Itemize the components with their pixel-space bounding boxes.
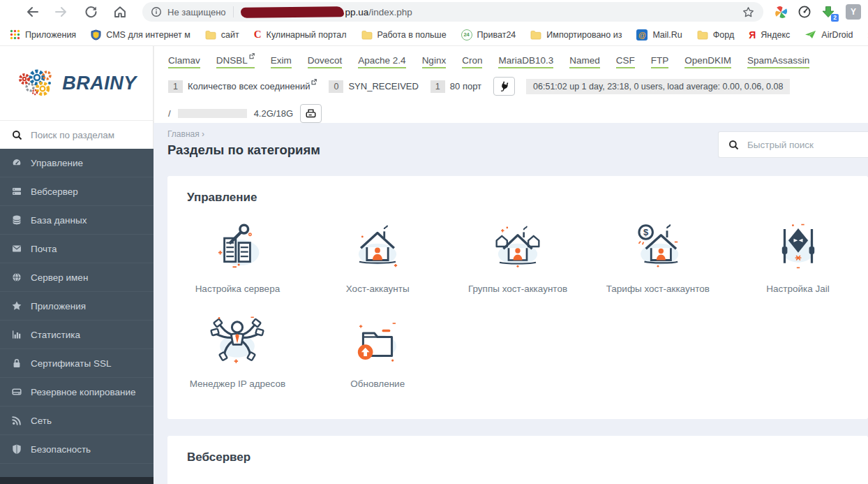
sidebar-item-mail[interactable]: Почта	[0, 235, 154, 263]
star-icon	[11, 300, 22, 311]
disk-details-button[interactable]	[300, 104, 322, 123]
sidebar-item-apps[interactable]: Приложения	[0, 292, 154, 321]
connections-plug-button[interactable]	[493, 77, 515, 96]
section-title: Вебсервер	[187, 450, 868, 464]
breadcrumb-chevron: ›	[202, 129, 204, 139]
item-host-accounts[interactable]: Хост-аккаунты	[308, 216, 448, 294]
drive-icon	[11, 386, 22, 397]
page-url: pp.ua/index.php	[345, 7, 412, 17]
folder-icon	[361, 30, 373, 40]
section-title: Управление	[187, 191, 868, 205]
browser-toolbar: Не защищено pp.ua/index.php 2 Y	[0, 0, 868, 24]
bookmark-airdroid[interactable]: AirDroid	[805, 30, 853, 40]
item-server-settings[interactable]: Настройка сервера	[167, 216, 308, 294]
link-opendkim[interactable]: OpenDKIM	[684, 55, 731, 68]
status-row: 1 Количество всех соединений 0 SYN_RECEI…	[168, 77, 868, 96]
bar-chart-icon	[11, 329, 22, 340]
extension-pinwheel-icon[interactable]	[772, 3, 790, 21]
link-cron[interactable]: Cron	[462, 55, 482, 68]
yandex-icon: Я	[749, 29, 756, 41]
home-icon[interactable]	[112, 3, 128, 20]
sidebar-item-security[interactable]: Безопасность	[0, 435, 154, 464]
item-host-groups[interactable]: Группы хост-аккаунтов	[448, 216, 588, 294]
shield-icon	[11, 443, 22, 455]
forward-icon[interactable]	[53, 3, 70, 20]
breadcrumb-home-link[interactable]: Главная	[167, 129, 200, 139]
profile-avatar[interactable]: Y	[846, 4, 861, 20]
link-csf[interactable]: CSF	[616, 55, 635, 68]
search-icon	[728, 140, 739, 150]
houses-group-icon	[491, 216, 545, 277]
link-clamav[interactable]: Clamav	[168, 55, 200, 68]
service-links-row: Clamav DNSBL Exim Dovecot Apache 2.4 Ngi…	[168, 55, 868, 68]
item-jail-settings[interactable]: Настройка Jail	[728, 216, 868, 294]
disk-mount-label: /	[168, 108, 171, 119]
quick-search	[718, 131, 868, 158]
back-icon[interactable]	[24, 3, 40, 20]
bookmark-imported[interactable]: Импортировано из	[530, 30, 622, 40]
app-window: BRAINY Управление Вебсервер База данных …	[0, 46, 868, 484]
brand-logo[interactable]: BRAINY	[0, 46, 154, 120]
quick-search-input[interactable]	[746, 139, 853, 151]
external-link-icon	[310, 79, 317, 85]
house-dollar-icon: $	[631, 216, 685, 277]
envelope-icon	[11, 243, 22, 254]
link-apache[interactable]: Apache 2.4	[358, 55, 405, 68]
bookmark-rabota[interactable]: Работа в польше	[361, 30, 447, 40]
globe-icon	[11, 272, 22, 283]
address-divider	[233, 6, 234, 17]
sidebar-item-statistics[interactable]: Статистика	[0, 321, 154, 349]
address-bar[interactable]: Не защищено pp.ua/index.php	[142, 2, 763, 22]
apps-grid-icon	[10, 29, 20, 40]
sidebar: BRAINY Управление Вебсервер База данных …	[0, 46, 154, 484]
reload-icon[interactable]	[82, 3, 99, 20]
link-ftp[interactable]: FTP	[651, 55, 669, 68]
bookmark-kulinar[interactable]: C Кулинарный портал	[254, 29, 347, 41]
stat-connections: 1 Количество всех соединений	[168, 80, 317, 93]
bookmark-yandex[interactable]: Я Яндекс	[749, 29, 790, 41]
sidebar-item-webserver[interactable]: Вебсервер	[0, 177, 154, 206]
sidebar-search	[0, 120, 154, 149]
sidebar-item-network[interactable]: Сеть	[0, 406, 154, 435]
extension-speedometer-icon[interactable]	[795, 3, 814, 21]
sidebar-item-ssl[interactable]: Сертификаты SSL	[0, 349, 154, 378]
link-spamassassin[interactable]: SpamAssassin	[747, 55, 809, 68]
sidebar-item-database[interactable]: База данных	[0, 206, 154, 235]
paper-plane-icon	[805, 30, 816, 39]
bookmark-cms[interactable]: CMS для интернет м	[91, 29, 190, 41]
folder-icon	[530, 30, 541, 40]
sidebar-item-backup[interactable]: Резервное копирование	[0, 378, 154, 406]
folder-update-icon	[350, 311, 405, 372]
bookmark-apps[interactable]: Приложения	[10, 29, 76, 40]
bookmark-privat24[interactable]: 24 Приват24	[461, 29, 516, 41]
brainy-gears-icon	[16, 67, 59, 99]
disk-row: / 4.2G/18G	[168, 104, 868, 123]
item-host-plans[interactable]: $ Тарифы хост-аккаунтов	[588, 216, 728, 294]
item-update[interactable]: Обновление	[308, 311, 448, 389]
section-webserver: Вебсервер	[167, 436, 868, 484]
link-dovecot[interactable]: Dovecot	[308, 55, 343, 68]
item-ip-manager[interactable]: Менеджер IP адресов	[167, 311, 308, 389]
bookmark-ford[interactable]: Форд	[697, 30, 734, 40]
stat-count-badge: 1	[168, 80, 183, 93]
sidebar-item-management[interactable]: Управление	[0, 149, 154, 177]
sidebar-search-input[interactable]	[29, 129, 144, 141]
brand-name: BRAINY	[62, 73, 137, 94]
sidebar-item-nameserver[interactable]: Сервер имен	[0, 263, 154, 292]
ip-manager-icon	[210, 311, 264, 372]
bookmark-mailru[interactable]: @ Mail.Ru	[636, 29, 682, 41]
bookmark-site[interactable]: сайт	[205, 30, 239, 40]
folder-icon	[697, 30, 708, 40]
bookmark-star-icon[interactable]	[742, 6, 755, 19]
info-icon[interactable]	[151, 6, 162, 17]
link-exim[interactable]: Exim	[271, 55, 292, 68]
redacted-domain	[241, 6, 344, 18]
extension-download-icon[interactable]: 2	[819, 3, 837, 21]
link-named[interactable]: Named	[569, 55, 600, 68]
link-nginx[interactable]: Nginx	[422, 55, 447, 68]
link-mariadb[interactable]: MariaDB10.3	[498, 55, 553, 68]
plug-icon	[499, 81, 510, 92]
link-dnsbl[interactable]: DNSBL	[216, 55, 255, 68]
folder-icon	[205, 30, 216, 40]
server-icon	[11, 186, 22, 197]
